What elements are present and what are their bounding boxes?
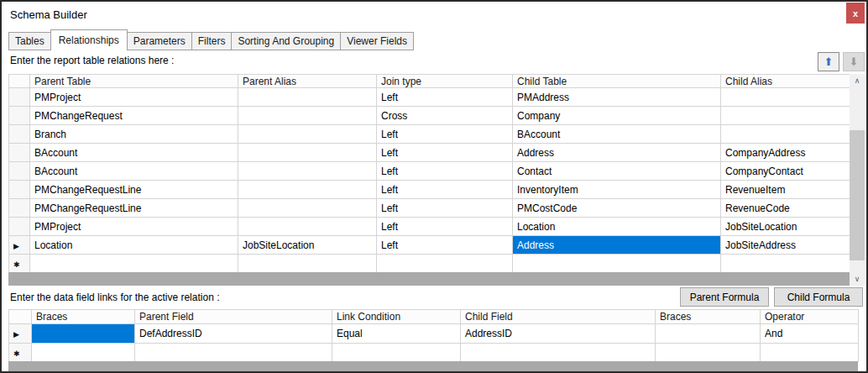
cell-join-type[interactable]: Left (377, 125, 513, 144)
row-header[interactable]: ▶ (9, 236, 30, 255)
tab-tables[interactable]: Tables (8, 32, 51, 50)
cell-child-alias[interactable]: RevenueItem (721, 181, 850, 199)
tab-filters[interactable]: Filters (192, 32, 233, 50)
cell-parent-table[interactable]: Branch (30, 125, 238, 144)
row-header[interactable] (9, 88, 30, 107)
cell-join-type[interactable]: Left (377, 144, 513, 162)
col-header-child-field[interactable]: Child Field (461, 310, 656, 324)
cell-parent-table[interactable]: PMChangeRequestLine (30, 181, 238, 199)
row-header[interactable] (9, 199, 30, 218)
cell-parent-table[interactable]: PMChangeRequestLine (30, 199, 238, 218)
cell-join-type[interactable]: Left (377, 181, 513, 199)
scrollbar-down-icon[interactable]: ∨ (850, 272, 865, 286)
row-header[interactable]: ✱ (9, 255, 30, 273)
table-row[interactable]: PMChangeRequest Cross Company (9, 107, 850, 125)
cell-child-alias[interactable]: JobSiteLocation (721, 218, 850, 236)
col-header-parent-table[interactable]: Parent Table (30, 75, 238, 88)
cell-child-table[interactable]: Company (513, 107, 721, 125)
cell-child-alias[interactable]: CompanyContact (721, 162, 850, 181)
cell-child-table-selected[interactable]: Address (513, 236, 721, 255)
cell-parent-alias[interactable] (238, 218, 377, 236)
cell-parent-alias[interactable] (238, 199, 377, 218)
scrollbar-thumb[interactable] (850, 130, 865, 260)
titlebar[interactable]: Schema Builder (2, 2, 866, 28)
cell-child-field[interactable] (461, 344, 656, 362)
table-row[interactable]: PMChangeRequestLine Left InventoryItem R… (9, 181, 850, 199)
row-header[interactable] (9, 162, 30, 181)
row-header[interactable] (9, 107, 30, 125)
col-header-braces[interactable]: Braces (32, 310, 135, 324)
scrollbar-up-icon[interactable]: ∧ (850, 74, 865, 87)
cell-join-type[interactable]: Left (377, 199, 513, 218)
col-header-operator[interactable]: Operator (761, 310, 859, 324)
cell-child-table[interactable]: BAccount (513, 125, 721, 144)
cell-parent-alias[interactable] (238, 88, 377, 107)
cell-child-field[interactable]: AddressID (461, 324, 656, 344)
cell-join-type[interactable]: Left (377, 218, 513, 236)
col-header-child-table[interactable]: Child Table (513, 75, 721, 88)
table-row-new[interactable]: ✱ (9, 255, 850, 273)
table-row[interactable]: PMChangeRequestLine Left PMCostCode Reve… (9, 199, 850, 218)
cell-parent-table[interactable]: BAccount (30, 162, 238, 181)
row-header[interactable] (9, 144, 30, 162)
cell-parent-table[interactable]: PMProject (30, 218, 238, 236)
cell-child-alias[interactable] (721, 255, 850, 273)
table-row[interactable]: PMProject Left PMAddress (9, 88, 850, 107)
cell-parent-table[interactable]: Location (30, 236, 238, 255)
table-row-current[interactable]: ▶ DefAddressID Equal AddressID And (9, 324, 859, 344)
cell-braces-2[interactable] (656, 344, 761, 362)
cell-operator[interactable] (761, 344, 859, 362)
tab-sorting-and-grouping[interactable]: Sorting And Grouping (232, 32, 341, 50)
cell-child-table[interactable]: Address (513, 144, 721, 162)
cell-operator[interactable]: And (761, 324, 859, 344)
cell-parent-alias[interactable]: JobSiteLocation (238, 236, 377, 255)
cell-parent-alias[interactable] (238, 107, 377, 125)
move-row-up-button[interactable]: ⬆ (818, 52, 839, 71)
cell-join-type[interactable]: Left (377, 162, 513, 181)
table-row[interactable]: PMProject Left Location JobSiteLocation (9, 218, 850, 236)
cell-join-type[interactable]: Left (377, 236, 513, 255)
cell-parent-alias[interactable] (238, 125, 377, 144)
cell-parent-field[interactable]: DefAddressID (135, 324, 332, 344)
col-header-link-condition[interactable]: Link Condition (332, 310, 461, 324)
cell-link-condition[interactable] (332, 344, 461, 362)
cell-parent-alias[interactable] (238, 255, 377, 273)
table-row[interactable]: Branch Left BAccount (9, 125, 850, 144)
row-header[interactable]: ✱ (9, 344, 32, 362)
cell-child-alias[interactable]: JobSiteAddress (721, 236, 850, 255)
col-header-child-alias[interactable]: Child Alias (721, 75, 850, 88)
col-header-parent-field[interactable]: Parent Field (135, 310, 332, 324)
child-formula-button[interactable]: Child Formula (774, 287, 863, 307)
cell-join-type[interactable] (377, 255, 513, 273)
col-header-join-type[interactable]: Join type (377, 75, 513, 88)
cell-child-table[interactable]: PMCostCode (513, 199, 721, 218)
cell-child-table[interactable] (513, 255, 721, 273)
parent-formula-button[interactable]: Parent Formula (680, 287, 769, 307)
tab-relationships[interactable]: Relationships (50, 29, 128, 50)
cell-child-alias[interactable] (721, 88, 850, 107)
col-header-parent-alias[interactable]: Parent Alias (238, 75, 377, 88)
tab-parameters[interactable]: Parameters (128, 32, 192, 50)
cell-braces-selected[interactable] (32, 324, 135, 344)
col-header-braces-2[interactable]: Braces (656, 310, 761, 324)
table-row[interactable]: BAccount Left Address CompanyAddress (9, 144, 850, 162)
cell-parent-table[interactable]: BAccount (30, 144, 238, 162)
cell-parent-table[interactable] (30, 255, 238, 273)
cell-join-type[interactable]: Left (377, 88, 513, 107)
cell-braces[interactable] (32, 344, 135, 362)
cell-braces-2[interactable] (656, 324, 761, 344)
row-header[interactable] (9, 218, 30, 236)
cell-join-type[interactable]: Cross (377, 107, 513, 125)
cell-child-table[interactable]: Location (513, 218, 721, 236)
cell-parent-table[interactable]: PMProject (30, 88, 238, 107)
cell-parent-alias[interactable] (238, 162, 377, 181)
cell-link-condition[interactable]: Equal (332, 324, 461, 344)
close-button[interactable]: x (846, 3, 865, 24)
cell-parent-alias[interactable] (238, 144, 377, 162)
cell-parent-alias[interactable] (238, 181, 377, 199)
table-row[interactable]: BAccount Left Contact CompanyContact (9, 162, 850, 181)
table-row-current[interactable]: ▶ Location JobSiteLocation Left Address … (9, 236, 850, 255)
row-header[interactable] (9, 181, 30, 199)
table-row-new[interactable]: ✱ (9, 344, 859, 362)
row-header[interactable]: ▶ (9, 324, 32, 344)
